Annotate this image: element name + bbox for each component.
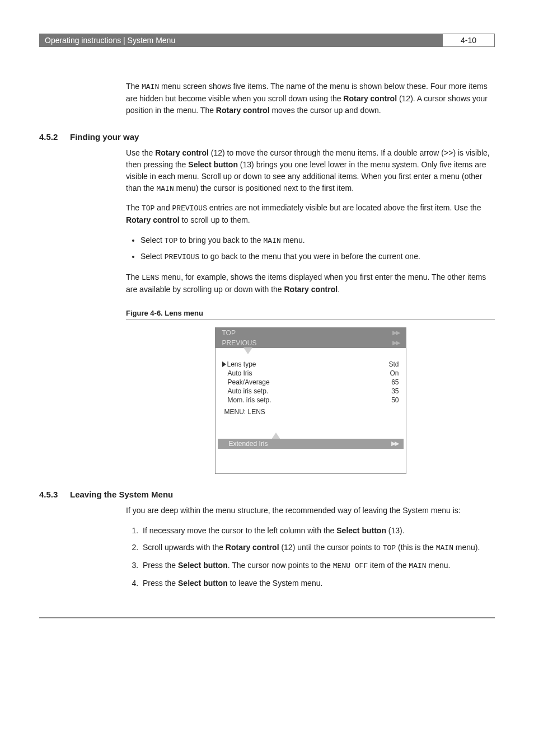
text: The	[126, 273, 142, 281]
text-bold: Select button	[336, 526, 386, 535]
text-bold: Rotary control	[226, 543, 279, 552]
double-arrow-icon: ▶▶	[392, 339, 399, 346]
text: to leave the System menu.	[228, 579, 323, 588]
text: Press the	[143, 561, 178, 570]
text: Extended Iris	[229, 440, 268, 448]
text: (this is the	[396, 543, 436, 552]
text-mono: MENU OFF	[333, 562, 368, 570]
text: Select	[140, 252, 165, 261]
figure-caption: Figure 4-6. Lens menu	[126, 309, 495, 320]
text-bold: Rotary control	[155, 148, 209, 157]
text-mono: LENS	[142, 274, 159, 282]
double-arrow-icon: ▶▶	[392, 329, 399, 336]
text: TOP	[222, 329, 236, 337]
text: to scroll up to them.	[180, 215, 250, 224]
text-mono: PREVIOUS	[172, 204, 207, 213]
menu-item-row: Mom. iris setp. 50	[222, 396, 399, 405]
text-mono: MAIN	[142, 83, 159, 91]
text-mono: TOP	[142, 204, 154, 213]
menu-item-name: Lens type	[227, 360, 256, 368]
menu-item-row: Peak/Average 65	[222, 378, 399, 387]
section-title: Leaving the System Menu	[70, 490, 173, 499]
pointer-down-icon	[243, 348, 252, 354]
text: .	[338, 285, 340, 294]
text: and	[154, 203, 172, 212]
text: menu) the cursor is positioned next to t…	[174, 184, 354, 192]
text-bold: Rotary control	[216, 106, 270, 115]
text: (13).	[386, 526, 405, 535]
menu-item-row: Auto Iris On	[222, 369, 399, 378]
text: moves the cursor up and down.	[270, 106, 381, 115]
list-item: Scroll upwards with the Rotary control (…	[140, 541, 495, 555]
text: entries are not immediately visible but …	[207, 203, 481, 212]
menu-previous-row: PREVIOUS ▶▶	[216, 338, 406, 348]
text: Use the	[126, 148, 155, 157]
footer-rule	[39, 617, 495, 618]
text: to go back to the menu that you were in …	[199, 252, 420, 261]
text-bold: Rotary control	[126, 215, 180, 224]
page-number: 4-10	[442, 34, 495, 47]
menu-item-value: On	[390, 369, 399, 377]
text-bold: Rotary control	[284, 285, 338, 294]
text-bold: Select button	[178, 579, 228, 588]
list-item: Press the Select button. The cursor now …	[140, 559, 495, 572]
menu-item-value: 50	[391, 396, 399, 404]
menu-item-name: Peak/Average	[228, 378, 270, 386]
text-mono: PREVIOUS	[165, 253, 199, 261]
text: (12) until the cursor points to	[279, 543, 383, 552]
list-item: Select PREVIOUS to go back to the menu t…	[140, 250, 495, 264]
text-mono: MAIN	[436, 544, 453, 552]
bullet-list: Select TOP to bring you back to the MAIN…	[126, 234, 495, 264]
text-mono: MAIN	[157, 185, 174, 193]
text-mono: MAIN	[264, 237, 281, 245]
list-item: Press the Select button to leave the Sys…	[140, 577, 495, 589]
intro-paragraph: The MAIN menu screen shows five items. T…	[126, 81, 495, 116]
text: menu.	[281, 236, 305, 245]
menu-items: Lens type Std Auto Iris On Peak/Average …	[216, 354, 406, 433]
text-mono: MAIN	[409, 562, 426, 570]
text: menu).	[453, 543, 480, 552]
text: Scroll upwards with the	[143, 543, 226, 552]
menu-item-row: Lens type Std	[222, 360, 399, 369]
section-heading-453: 4.5.3 Leaving the System Menu	[39, 490, 495, 499]
menu-item-value: 35	[391, 387, 399, 395]
text-bold: Rotary control	[343, 94, 397, 103]
text: Select	[140, 236, 165, 245]
text: If necessary move the cursor to the left…	[143, 526, 336, 535]
section-title: Finding your way	[70, 132, 139, 142]
page-header: Operating instructions | System Menu 4-1…	[39, 34, 495, 47]
text: The	[126, 82, 142, 91]
list-item: Select TOP to bring you back to the MAIN…	[140, 234, 495, 247]
text-bold: Select button	[188, 160, 238, 169]
menu-extended-row: Extended Iris ▶▶	[218, 439, 404, 449]
text: PREVIOUS	[222, 339, 257, 347]
section-heading-452: 4.5.2 Finding your way	[39, 132, 495, 142]
text: The	[126, 203, 142, 212]
text-bold: Select button	[178, 561, 228, 570]
text: menu.	[427, 561, 451, 570]
text: to bring you back to the	[177, 236, 263, 245]
menu-item-name: Mom. iris setp.	[228, 396, 271, 404]
menu-item-value: Std	[388, 360, 399, 368]
section-number: 4.5.2	[39, 132, 70, 142]
header-title: Operating instructions | System Menu	[39, 34, 442, 47]
text: Press the	[143, 579, 178, 588]
menu-item-name: Auto Iris	[228, 369, 252, 377]
text: . The cursor now points to the	[228, 561, 333, 570]
text: item of the	[368, 561, 409, 570]
double-arrow-icon: ▶▶	[391, 440, 398, 447]
menu-name-label: MENU: LENS	[222, 405, 399, 418]
text-mono: TOP	[165, 237, 177, 245]
list-item: If necessary move the cursor to the left…	[140, 524, 495, 537]
menu-item-value: 65	[391, 378, 399, 386]
text-mono: TOP	[383, 544, 396, 552]
paragraph: The TOP and PREVIOUS entries are not imm…	[126, 202, 495, 226]
cursor-icon	[222, 361, 226, 367]
menu-item-row: Auto iris setp. 35	[222, 387, 399, 396]
lens-menu-figure: TOP ▶▶ PREVIOUS ▶▶ Lens type Std Auto Ir…	[215, 327, 406, 474]
paragraph: The LENS menu, for example, shows the it…	[126, 271, 495, 295]
menu-item-name: Auto iris setp.	[228, 387, 269, 395]
ordered-steps: If necessary move the cursor to the left…	[126, 524, 495, 589]
paragraph: If you are deep within the menu structur…	[126, 505, 495, 516]
menu-top-row: TOP ▶▶	[216, 328, 406, 338]
